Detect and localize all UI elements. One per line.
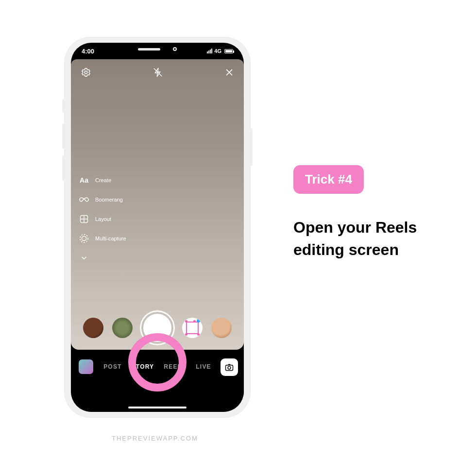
- tool-multi-capture[interactable]: Multi-capture: [79, 233, 126, 244]
- tool-create[interactable]: Aa Create: [79, 175, 126, 186]
- speaker-icon: [138, 48, 160, 51]
- mode-live[interactable]: LIVE: [196, 363, 211, 370]
- tool-boomerang[interactable]: Boomerang: [79, 194, 126, 205]
- text-aa-icon: Aa: [79, 176, 89, 184]
- layout-grid-icon: [79, 214, 89, 224]
- tool-label: Create: [95, 177, 111, 183]
- close-icon[interactable]: [224, 68, 234, 77]
- phone-side-button: [62, 155, 65, 181]
- home-indicator: [128, 407, 187, 408]
- phone-side-button: [62, 99, 65, 113]
- phone-mockup: 4:00 4G Aa: [64, 37, 251, 418]
- camera-viewfinder: Aa Create Boomerang Layout: [71, 59, 244, 350]
- network-label: 4G: [214, 48, 221, 54]
- filter-effect[interactable]: [112, 318, 133, 338]
- multi-capture-icon: [79, 233, 89, 244]
- camera-mode-selector[interactable]: POST STORY REELS LIVE: [71, 363, 244, 370]
- chevron-down-icon: [79, 254, 89, 262]
- filter-effect[interactable]: [83, 318, 103, 338]
- svg-point-7: [82, 236, 86, 240]
- signal-icon: [207, 49, 212, 53]
- status-time: 4:00: [82, 48, 94, 55]
- tool-label: Multi-capture: [95, 236, 126, 241]
- phone-notch: [116, 43, 199, 55]
- tool-label: Layout: [95, 216, 111, 222]
- instruction-copy: Trick #4 Open your Reels editing screen: [293, 165, 439, 261]
- infinity-icon: [79, 196, 89, 203]
- camera-top-bar: [71, 67, 244, 78]
- instruction-headline: Open your Reels editing screen: [293, 216, 439, 261]
- flash-off-icon[interactable]: [153, 67, 163, 78]
- tool-label: Boomerang: [95, 197, 123, 203]
- filter-effect[interactable]: [211, 318, 232, 338]
- story-tools-list: Aa Create Boomerang Layout: [79, 175, 126, 263]
- mode-reels[interactable]: REELS: [164, 363, 186, 370]
- tools-expand[interactable]: [79, 253, 126, 263]
- watermark-text: THEPREVIEWAPP.COM: [112, 435, 198, 442]
- battery-icon: [224, 49, 233, 53]
- status-right: 4G: [207, 48, 233, 54]
- filter-effect[interactable]: [182, 318, 203, 338]
- mode-story[interactable]: STORY: [132, 363, 154, 370]
- settings-icon[interactable]: [81, 67, 91, 78]
- front-camera-icon: [173, 47, 177, 51]
- trick-badge: Trick #4: [293, 165, 364, 194]
- filter-carousel[interactable]: [71, 312, 244, 344]
- camera-bottom-bar: POST STORY REELS LIVE: [71, 350, 244, 412]
- phone-side-button: [250, 128, 253, 166]
- tool-layout[interactable]: Layout: [79, 214, 126, 224]
- mode-post[interactable]: POST: [103, 363, 121, 370]
- phone-side-button: [62, 123, 65, 149]
- phone-screen: 4:00 4G Aa: [71, 43, 244, 412]
- shutter-button[interactable]: [141, 312, 173, 344]
- svg-point-0: [85, 71, 87, 74]
- svg-point-8: [80, 235, 88, 243]
